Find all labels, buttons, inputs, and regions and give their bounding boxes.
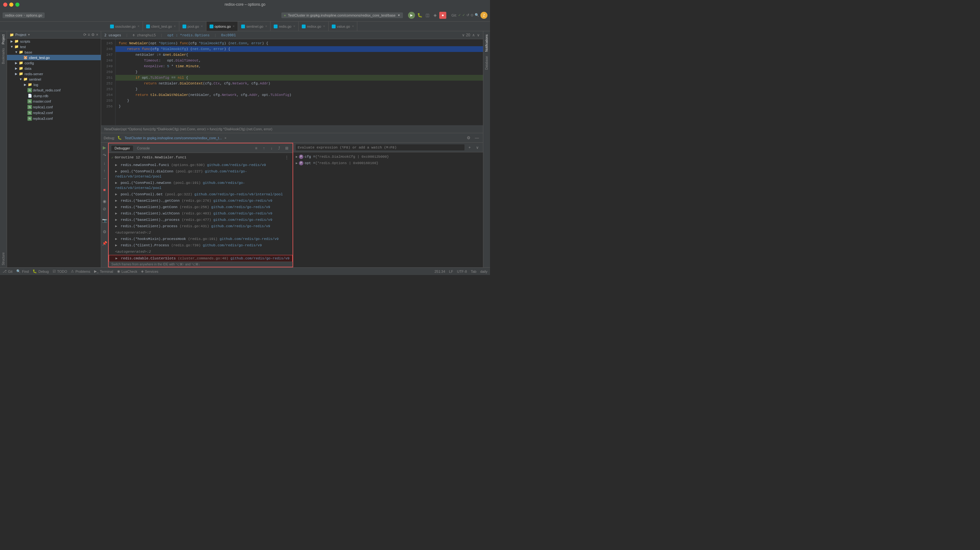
sidebar-project-icon[interactable]: Project [1, 33, 6, 46]
tab-close-icon[interactable]: × [232, 25, 234, 28]
tree-item-data[interactable]: ▶ 📁 data [7, 66, 101, 71]
debug-session-close-icon[interactable]: × [224, 136, 226, 140]
tree-item-replica2[interactable]: N replica2.conf [7, 110, 101, 116]
tree-item-test[interactable]: ▼ 📁 test [7, 44, 101, 49]
mute-breakpoints-btn[interactable]: ⊘ [101, 205, 108, 212]
maximize-button[interactable] [15, 3, 19, 7]
panel-icon-expand[interactable]: ⤴ [276, 145, 282, 151]
close-button[interactable] [3, 3, 7, 7]
tab-close-icon[interactable]: × [265, 25, 267, 28]
status-encoding[interactable]: UTF-8 [457, 269, 467, 273]
panel-icon-list[interactable]: ≡ [253, 145, 259, 151]
stack-item-cluster-slots[interactable]: ▶ redis.cmdable.ClusterSlots (cluster_co… [109, 255, 293, 262]
project-tab[interactable]: redisx-core › options.go [3, 13, 45, 18]
status-debug[interactable]: 🐛 Debug [33, 269, 48, 273]
tab-client-test[interactable]: client_test.go × [143, 22, 179, 31]
tab-close-icon[interactable]: × [293, 25, 295, 28]
status-services[interactable]: ◈ Services [141, 269, 158, 273]
tab-close-icon[interactable]: × [174, 25, 176, 28]
tree-sync-icon[interactable]: ⟳ [83, 33, 86, 37]
sidebar-database-icon[interactable]: Database [484, 54, 489, 72]
tree-item-replica1[interactable]: N replica1.conf [7, 104, 101, 110]
panel-icon-table[interactable]: ⊞ [283, 145, 290, 151]
sidebar-bookmarks-icon[interactable]: Bookmarks [1, 46, 6, 66]
tree-item-base[interactable]: ▼ 📁 base [7, 49, 101, 55]
tree-item-client-test[interactable]: 🐹 client_test.go [7, 55, 101, 60]
camera-btn[interactable]: 📷 [101, 217, 108, 224]
stack-item-10[interactable]: ▶ redis.(*Client).Process (redis.go:739)… [109, 242, 293, 249]
status-git[interactable]: ⎇ Git [3, 269, 13, 273]
git-search-icon[interactable]: 🔍 [475, 13, 479, 17]
stack-item-9[interactable]: ▶ redis.(*hooksMixin).processHook (redis… [109, 236, 293, 242]
tree-item-redis-server[interactable]: ▶ 📁 redis-server [7, 71, 101, 76]
tree-item-default-redis[interactable]: N default_redis.conf [7, 87, 101, 93]
nav-up-icon[interactable]: ∧ [472, 33, 475, 37]
panel-icon-down[interactable]: ↓ [268, 145, 275, 151]
git-history-icon[interactable]: ↺ [466, 13, 469, 17]
status-position[interactable]: 251:34 [434, 269, 445, 273]
eval-input[interactable]: Evaluate expression (⌥F8) or add a watch… [296, 144, 465, 151]
tab-close-icon[interactable]: × [323, 25, 325, 28]
code-content[interactable]: func NewDialer(opt *Options) func(cfg *D… [116, 39, 483, 125]
tab-sentinel[interactable]: sentinel.go × [238, 22, 270, 31]
status-terminal[interactable]: ▶_ Terminal [94, 269, 113, 273]
console-tab[interactable]: Console [134, 145, 153, 151]
stack-list[interactable]: ✓ Goroutine 12 redis.NewDialer.func1 ⋮ ▶… [109, 153, 293, 262]
tree-collapse-icon[interactable]: ≡ [88, 33, 90, 37]
watch-item-opt[interactable]: ▶ P opt = {*redis.Options | 0x000160160} [293, 160, 483, 166]
tree-item-replica3[interactable]: N replica3.conf [7, 116, 101, 121]
status-branch[interactable]: daily [480, 269, 487, 273]
goroutine-icon-1[interactable]: ⋮ [283, 154, 290, 161]
sidebar-notifications-icon[interactable]: Notifications [484, 33, 489, 54]
step-out-btn[interactable]: ↑ [101, 167, 108, 174]
stack-item-4[interactable]: ▶ redis.(*baseClient)._getConn (redis.go… [109, 198, 293, 204]
tree-item-dump-rdb[interactable]: 📄 dump.rdb [7, 93, 101, 98]
step-into-btn[interactable]: ↓ [101, 159, 108, 166]
breakpoints-btn[interactable]: ◉ [101, 198, 108, 204]
status-lf[interactable]: LF [449, 269, 453, 273]
debug-button[interactable]: 🐛 [416, 12, 423, 19]
run-button[interactable]: ▶ [408, 12, 415, 19]
stack-item-0[interactable]: ▶ redis.newConnPool.func1 (options.go:53… [109, 162, 293, 168]
tree-item-sentinel[interactable]: ▼ 📁 sentinel [7, 76, 101, 82]
watch-item-cfg[interactable]: ▶ P cfg = {*redis.DialHookCfg | 0xc00012… [293, 154, 483, 160]
stack-item-7[interactable]: ▶ redis.(*baseClient)._process (redis.go… [109, 217, 293, 223]
panel-icon-up[interactable]: ↑ [261, 145, 267, 151]
tab-close-icon[interactable]: × [201, 25, 203, 28]
stack-item-3[interactable]: ▶ pool.(*ConnPool).Get (pool.go:322) git… [109, 191, 293, 198]
minimize-button[interactable] [9, 3, 13, 7]
resume-btn[interactable]: ▶ [101, 144, 108, 151]
pin-btn[interactable]: 📌 [101, 239, 108, 247]
status-indent[interactable]: Tab [471, 269, 477, 273]
profile-button[interactable]: ◈ [432, 12, 439, 19]
status-find[interactable]: 🔍 Find [16, 269, 29, 273]
tree-item-scripts[interactable]: ▶ 📁 scripts [7, 38, 101, 44]
debug-settings-btn[interactable]: ⚙ [465, 135, 472, 141]
run-to-cursor-btn[interactable]: → [101, 174, 108, 182]
tab-redis[interactable]: redis.go × [270, 22, 299, 31]
stack-item-6[interactable]: ▶ redis.(*baseClient).withConn (redis.go… [109, 210, 293, 217]
tree-settings-icon[interactable]: ⚙ [91, 33, 95, 37]
stack-item-8[interactable]: ▶ redis.(*baseClient).process (redis.go:… [109, 223, 293, 230]
settings-debug-btn[interactable]: ⚙ [101, 228, 108, 235]
status-todo[interactable]: ☑ TODO [52, 269, 67, 273]
tree-item-master-conf[interactable]: N master.conf [7, 98, 101, 104]
coverage-button[interactable]: ◫ [424, 12, 431, 19]
sidebar-structure-icon[interactable]: Structure [1, 250, 6, 267]
tree-close-icon[interactable]: × [96, 33, 98, 37]
debugger-tab[interactable]: Debugger [111, 145, 133, 151]
add-watch-icon[interactable]: + [466, 144, 473, 151]
avatar[interactable]: Z [480, 12, 487, 19]
step-over-btn[interactable]: ↷ [101, 152, 108, 159]
tab-close-icon[interactable]: × [352, 25, 354, 28]
stop-debug-btn[interactable]: ■ [101, 186, 108, 193]
stack-item-5[interactable]: ▶ redis.(*baseClient).getConn (redis.go:… [109, 204, 293, 210]
run-config[interactable]: ● TestCluster in gopkg.inshopline.com/co… [282, 13, 403, 18]
tree-item-log[interactable]: ▶ 📁 log [7, 82, 101, 87]
nav-down-icon[interactable]: ∨ 20 [462, 33, 470, 37]
tab-redisx[interactable]: redisx.go × [299, 22, 328, 31]
status-luacheck[interactable]: ◉ LuaCheck [117, 269, 137, 273]
tree-item-config[interactable]: ▶ 📁 config [7, 60, 101, 66]
stack-item-1[interactable]: ▶ pool.(*ConnPool).dialConn (pool.go:227… [109, 168, 293, 180]
tab-options[interactable]: options.go × [207, 22, 238, 31]
